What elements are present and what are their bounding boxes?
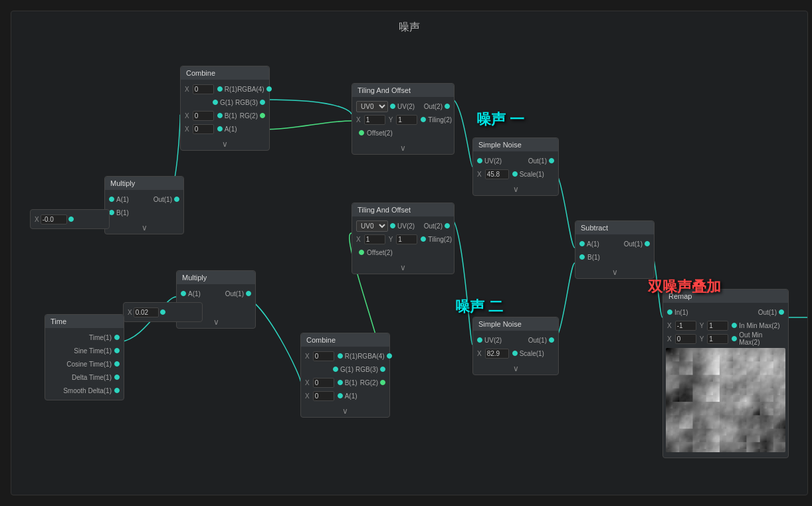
node-row: X Y Tiling(2) bbox=[352, 232, 454, 246]
noise-preview-canvas bbox=[666, 348, 785, 452]
combine-bot-footer[interactable]: ∨ bbox=[301, 405, 389, 417]
offset-port-in[interactable] bbox=[359, 250, 364, 255]
combine-top-footer[interactable]: ∨ bbox=[181, 138, 269, 150]
offset-port-in[interactable] bbox=[359, 130, 364, 135]
g-port-in[interactable] bbox=[213, 100, 218, 105]
uv-select-bot[interactable]: UV0 bbox=[356, 220, 388, 232]
out-port[interactable] bbox=[549, 337, 554, 343]
node-combine-top: Combine X R(1) RGBA(4) G(1) bbox=[180, 66, 270, 151]
scale-input[interactable] bbox=[485, 169, 509, 179]
sine-time-port[interactable] bbox=[114, 348, 120, 353]
node-row: Smooth Delta(1) bbox=[45, 384, 124, 397]
uv-port-in[interactable] bbox=[477, 337, 482, 343]
b-port-in[interactable] bbox=[217, 113, 223, 118]
out-min-x[interactable] bbox=[675, 334, 696, 344]
g-port-in[interactable] bbox=[333, 367, 338, 372]
r-port-in[interactable] bbox=[217, 86, 223, 92]
node-row: Offset(2) bbox=[352, 126, 454, 139]
in-min-max-port[interactable] bbox=[732, 323, 737, 328]
out-port[interactable] bbox=[246, 291, 251, 296]
cosine-time-port[interactable] bbox=[114, 361, 120, 367]
r-port-in[interactable] bbox=[338, 353, 343, 359]
rgb-port-out[interactable] bbox=[260, 100, 265, 105]
node-multiply-bot-header: Multiply bbox=[177, 271, 255, 284]
r-input[interactable] bbox=[193, 84, 214, 94]
a-port-in[interactable] bbox=[217, 126, 223, 131]
b-port-in[interactable] bbox=[338, 380, 343, 385]
simple-noise-bot-footer[interactable]: ∨ bbox=[473, 363, 558, 375]
tiling-port-in[interactable] bbox=[421, 117, 426, 122]
a-port-in[interactable] bbox=[109, 197, 114, 202]
out-port[interactable] bbox=[445, 223, 450, 228]
smooth-delta-port[interactable] bbox=[114, 388, 120, 393]
b-port-in[interactable] bbox=[579, 254, 585, 260]
out-port[interactable] bbox=[174, 197, 179, 202]
node-combine-bot-body: X R(1) RGBA(4) G(1) RGB(3) bbox=[301, 347, 389, 405]
rg-port-out[interactable] bbox=[260, 113, 265, 118]
node-row: UV0 UV(2) Out(2) bbox=[352, 219, 454, 232]
rgba-port-out[interactable] bbox=[266, 86, 272, 92]
node-row: X R(1) RGBA(4) bbox=[301, 349, 389, 363]
node-remap-body: In(1) Out(1) X Y In Min Max(2) bbox=[663, 303, 788, 458]
out-port[interactable] bbox=[445, 104, 450, 109]
node-row: X Y In Min Max(2) bbox=[663, 319, 788, 332]
simple-noise-top-footer[interactable]: ∨ bbox=[473, 183, 558, 195]
out-min-y[interactable] bbox=[707, 334, 728, 344]
b-port-in[interactable] bbox=[109, 210, 114, 215]
node-tiling-bot: Tiling And Offset UV0 UV(2) Out(2) X Y bbox=[352, 203, 455, 274]
tiling-y-input[interactable] bbox=[396, 115, 417, 125]
rg-port-out[interactable] bbox=[380, 380, 385, 385]
node-row: A(1) Out(1) bbox=[177, 287, 255, 300]
tiling-port-in[interactable] bbox=[421, 236, 426, 242]
node-row: G(1) RGB(3) bbox=[181, 96, 269, 109]
scale-input[interactable] bbox=[485, 349, 509, 359]
out-port[interactable] bbox=[549, 158, 554, 163]
scale-port-in[interactable] bbox=[512, 351, 518, 356]
uv-port-in[interactable] bbox=[477, 158, 482, 163]
delta-time-port[interactable] bbox=[114, 375, 120, 380]
tiling-top-footer[interactable]: ∨ bbox=[352, 142, 454, 154]
node-row: Cosine Time(1) bbox=[45, 357, 124, 371]
tiling-x-input[interactable] bbox=[364, 115, 385, 125]
uv-port-in[interactable] bbox=[390, 104, 395, 109]
node-row: X bbox=[31, 212, 109, 226]
uv-select-top[interactable]: UV0 bbox=[356, 101, 388, 112]
out-port[interactable] bbox=[645, 241, 650, 246]
tiling-x-input[interactable] bbox=[364, 234, 385, 244]
r-input[interactable] bbox=[313, 351, 334, 361]
node-remap: Remap In(1) Out(1) X Y I bbox=[662, 289, 789, 458]
node-x-002: X bbox=[123, 302, 203, 322]
in-min-y[interactable] bbox=[707, 321, 728, 331]
uv-port-in[interactable] bbox=[390, 223, 395, 228]
x-002-input[interactable] bbox=[134, 307, 159, 317]
x-neg-port[interactable] bbox=[68, 216, 74, 222]
x-002-port[interactable] bbox=[160, 309, 165, 315]
x-neg-body: X bbox=[31, 210, 109, 228]
node-remap-header: Remap bbox=[663, 290, 788, 303]
node-simple-noise-bot: Simple Noise UV(2) Out(1) X Scale(1) bbox=[472, 317, 559, 375]
a-input[interactable] bbox=[193, 124, 214, 134]
node-tiling-top: Tiling And Offset UV0 UV(2) Out(2) X Y bbox=[352, 83, 455, 155]
scale-port-in[interactable] bbox=[512, 171, 518, 177]
a-input[interactable] bbox=[313, 391, 334, 401]
subtract-footer[interactable]: ∨ bbox=[575, 266, 654, 278]
a-port-in[interactable] bbox=[338, 393, 343, 398]
multiply-top-footer[interactable]: ∨ bbox=[105, 222, 183, 234]
out-min-max-port[interactable] bbox=[732, 336, 737, 341]
a-port-in[interactable] bbox=[181, 291, 186, 296]
out-port[interactable] bbox=[779, 309, 784, 315]
in-min-x[interactable] bbox=[675, 321, 696, 331]
time-port[interactable] bbox=[114, 335, 120, 340]
b-input[interactable] bbox=[193, 111, 214, 121]
node-row: X Scale(1) bbox=[473, 167, 558, 181]
tiling-y-input[interactable] bbox=[396, 234, 417, 244]
in-port[interactable] bbox=[667, 309, 672, 315]
b-input[interactable] bbox=[313, 378, 334, 388]
a-port-in[interactable] bbox=[579, 241, 585, 246]
rgb-port-out[interactable] bbox=[380, 367, 385, 372]
rgba-port-out[interactable] bbox=[387, 353, 392, 359]
x-neg-input[interactable] bbox=[41, 214, 67, 224]
node-row: B(1) bbox=[575, 250, 654, 264]
tiling-bot-footer[interactable]: ∨ bbox=[352, 262, 454, 274]
node-row: UV(2) Out(1) bbox=[473, 154, 558, 167]
